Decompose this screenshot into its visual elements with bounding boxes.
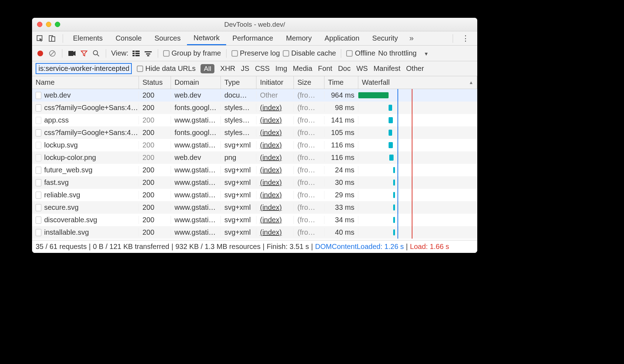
more-tabs-icon[interactable]: » bbox=[404, 34, 418, 43]
filter-type-js[interactable]: JS bbox=[241, 64, 249, 73]
request-time: 29 ms bbox=[324, 191, 358, 199]
filter-type-img[interactable]: Img bbox=[275, 64, 287, 73]
request-initiator[interactable]: (index) bbox=[260, 116, 282, 124]
table-row[interactable]: discoverable.svg200www.gstati…svg+xml(in… bbox=[32, 214, 477, 226]
minimize-icon[interactable] bbox=[46, 22, 51, 27]
filter-icon[interactable] bbox=[79, 49, 89, 58]
table-row[interactable]: css?family=Google+Sans:4…200fonts.googl…… bbox=[32, 102, 477, 114]
col-waterfall[interactable]: Waterfall bbox=[358, 76, 477, 89]
request-type: svg+xml bbox=[221, 166, 256, 174]
filter-type-xhr[interactable]: XHR bbox=[220, 64, 235, 73]
col-type[interactable]: Type bbox=[221, 76, 256, 89]
svg-rect-2 bbox=[52, 37, 55, 41]
request-domain: www.gstati… bbox=[171, 228, 221, 236]
filter-type-other[interactable]: Other bbox=[406, 64, 424, 73]
filter-input[interactable] bbox=[36, 63, 132, 74]
table-row[interactable]: css?family=Google+Sans:4…200fonts.googl…… bbox=[32, 126, 477, 139]
table-row[interactable]: lockup-color.png200web.devpng(index)(fro… bbox=[32, 151, 477, 164]
request-waterfall bbox=[358, 126, 477, 139]
request-status: 200 bbox=[139, 116, 171, 124]
kebab-menu-icon[interactable]: ⋮ bbox=[457, 34, 474, 43]
filter-type-font[interactable]: Font bbox=[318, 64, 332, 73]
request-initiator[interactable]: (index) bbox=[260, 104, 282, 111]
camera-icon[interactable] bbox=[67, 49, 77, 58]
tab-elements[interactable]: Elements bbox=[67, 31, 109, 45]
svg-rect-16 bbox=[147, 55, 149, 56]
inspect-icon[interactable] bbox=[35, 33, 45, 43]
request-status: 200 bbox=[139, 91, 171, 99]
col-name[interactable]: Name bbox=[32, 76, 139, 89]
clear-icon[interactable] bbox=[48, 49, 57, 58]
disable-cache-checkbox[interactable]: Disable cache bbox=[283, 49, 336, 57]
table-row[interactable]: fast.svg200www.gstati…svg+xml(index)(fro… bbox=[32, 176, 477, 189]
filter-bar: Hide data URLs AllXHRJSCSSImgMediaFontDo… bbox=[32, 61, 477, 76]
network-toolbar: View: Group by frame Preserve log Disabl… bbox=[32, 46, 477, 61]
table-header: Name Status Domain Type Initiator Size T… bbox=[32, 76, 477, 89]
search-icon[interactable] bbox=[92, 49, 101, 58]
tab-console[interactable]: Console bbox=[109, 31, 148, 45]
tab-network[interactable]: Network bbox=[187, 31, 226, 45]
offline-checkbox[interactable]: Offline bbox=[346, 49, 375, 57]
table-row[interactable]: app.css200www.gstati…styles…(index)(from… bbox=[32, 114, 477, 126]
hide-data-urls-checkbox[interactable]: Hide data URLs bbox=[137, 64, 196, 73]
svg-rect-5 bbox=[68, 51, 73, 56]
request-time: 98 ms bbox=[324, 104, 358, 112]
request-size: (from … bbox=[294, 178, 324, 187]
device-icon[interactable] bbox=[47, 33, 57, 43]
request-waterfall bbox=[358, 176, 477, 189]
request-status: 200 bbox=[139, 228, 171, 236]
close-icon[interactable] bbox=[37, 22, 42, 27]
status-requests: 35 / 61 requests bbox=[36, 243, 87, 251]
tab-performance[interactable]: Performance bbox=[226, 31, 280, 45]
request-initiator[interactable]: (index) bbox=[260, 141, 282, 149]
col-domain[interactable]: Domain bbox=[171, 76, 221, 89]
table-row[interactable]: lockup.svg200www.gstati…svg+xml(index)(f… bbox=[32, 139, 477, 151]
tab-memory[interactable]: Memory bbox=[280, 31, 318, 45]
file-icon bbox=[36, 192, 41, 199]
request-initiator[interactable]: (index) bbox=[260, 178, 282, 186]
filter-type-doc[interactable]: Doc bbox=[338, 64, 351, 73]
table-row[interactable]: future_web.svg200www.gstati…svg+xml(inde… bbox=[32, 164, 477, 176]
tab-sources[interactable]: Sources bbox=[148, 31, 187, 45]
maximize-icon[interactable] bbox=[55, 22, 60, 27]
request-initiator[interactable]: (index) bbox=[260, 129, 282, 136]
filter-type-media[interactable]: Media bbox=[293, 64, 312, 73]
large-rows-icon[interactable] bbox=[131, 49, 141, 58]
file-icon bbox=[36, 104, 41, 111]
throttling-select[interactable]: No throttling▼ bbox=[378, 49, 429, 57]
group-by-frame-checkbox[interactable]: Group by frame bbox=[163, 49, 221, 57]
request-initiator[interactable]: (index) bbox=[260, 154, 282, 161]
request-time: 116 ms bbox=[324, 154, 358, 162]
request-status: 200 bbox=[139, 129, 171, 137]
filter-type-manifest[interactable]: Manifest bbox=[374, 64, 401, 73]
request-initiator[interactable]: (index) bbox=[260, 216, 282, 224]
overview-icon[interactable] bbox=[144, 49, 153, 58]
table-row[interactable]: reliable.svg200www.gstati…svg+xml(index)… bbox=[32, 189, 477, 201]
col-time[interactable]: Time bbox=[324, 76, 358, 89]
request-waterfall bbox=[358, 226, 477, 239]
filter-type-all[interactable]: All bbox=[201, 64, 214, 73]
record-button[interactable] bbox=[36, 49, 45, 58]
table-row[interactable]: web.dev200web.devdocu…Other(from …964 ms bbox=[32, 89, 477, 102]
tab-application[interactable]: Application bbox=[318, 31, 366, 45]
col-initiator[interactable]: Initiator bbox=[256, 76, 294, 89]
preserve-log-checkbox[interactable]: Preserve log bbox=[232, 49, 280, 57]
tab-security[interactable]: Security bbox=[366, 31, 404, 45]
request-type: svg+xml bbox=[221, 141, 256, 149]
request-initiator[interactable]: (index) bbox=[260, 166, 282, 174]
request-time: 40 ms bbox=[324, 228, 358, 236]
col-size[interactable]: Size bbox=[294, 76, 324, 89]
request-status: 200 bbox=[139, 154, 171, 162]
request-initiator[interactable]: (index) bbox=[260, 228, 282, 236]
table-row[interactable]: secure.svg200www.gstati…svg+xml(index)(f… bbox=[32, 201, 477, 214]
request-initiator[interactable]: (index) bbox=[260, 203, 282, 211]
filter-type-css[interactable]: CSS bbox=[255, 64, 270, 73]
request-initiator[interactable]: (index) bbox=[260, 191, 282, 199]
request-waterfall bbox=[358, 151, 477, 164]
table-row[interactable]: installable.svg200www.gstati…svg+xml(ind… bbox=[32, 226, 477, 239]
filter-type-ws[interactable]: WS bbox=[356, 64, 368, 73]
file-icon bbox=[36, 204, 41, 211]
col-status[interactable]: Status bbox=[139, 76, 171, 89]
request-time: 116 ms bbox=[324, 141, 358, 149]
request-domain: web.dev bbox=[171, 91, 221, 99]
